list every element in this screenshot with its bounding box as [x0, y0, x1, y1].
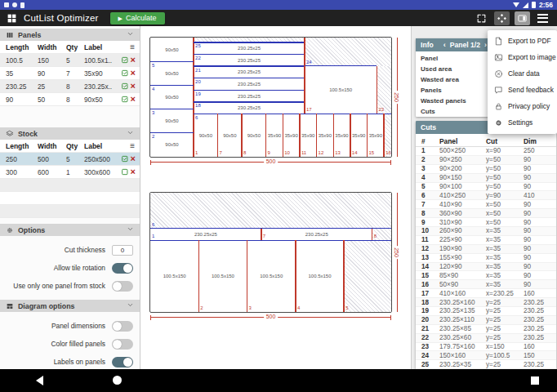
- fit-diagram-button[interactable]: [494, 11, 510, 25]
- cell: x=35: [486, 281, 524, 288]
- status-bar: 2:56: [0, 0, 557, 10]
- edit-icon[interactable]: [122, 168, 128, 176]
- edit-icon[interactable]: [122, 96, 128, 103]
- table-menu-icon[interactable]: ≡: [130, 141, 140, 150]
- fullscreen-button[interactable]: [474, 11, 489, 25]
- column-header: Length: [6, 142, 38, 150]
- cell: 150×160: [439, 352, 486, 359]
- table-row[interactable]: 230.25258230.25x..×: [0, 80, 140, 93]
- cut-thickness-input[interactable]: [112, 245, 133, 256]
- cell: 13: [421, 254, 439, 261]
- menu-item-clear-data[interactable]: Clear data: [488, 65, 557, 82]
- cuts-row: 20230.25×110y=25230.25: [416, 316, 556, 325]
- cell: 8: [66, 82, 84, 91]
- cuts-table-header: #PanelCutDim: [416, 136, 556, 147]
- cell: 90: [524, 219, 556, 226]
- menu-item-settings[interactable]: Settings: [488, 114, 557, 131]
- cell: 85×90: [439, 272, 486, 279]
- info-row: Used area: [416, 64, 492, 74]
- diagram-options-section-header[interactable]: Diagram options: [0, 300, 140, 312]
- delete-icon[interactable]: ×: [131, 69, 136, 77]
- cut-panel: 230.25x25: [261, 229, 372, 241]
- recents-button[interactable]: [531, 376, 539, 385]
- cell: 25: [421, 361, 439, 368]
- cuts-row: 24150×160y=100.5150: [416, 351, 556, 360]
- toggle-switch[interactable]: [112, 321, 133, 332]
- toggle-switch[interactable]: [112, 263, 133, 274]
- height-dimension: 250: [397, 193, 398, 312]
- table-row[interactable]: 3006001300x600×: [0, 166, 140, 179]
- toggle-switch[interactable]: [112, 281, 133, 292]
- menu-item-export-to-image[interactable]: Export to image: [488, 49, 557, 65]
- edit-icon[interactable]: [122, 155, 128, 163]
- battery-icon: [532, 2, 536, 8]
- panels-section-header[interactable]: Panels: [0, 29, 140, 41]
- cell: 90: [38, 69, 66, 78]
- cut-line: [372, 229, 372, 241]
- cuts-row: 590×100y=5090: [416, 183, 556, 192]
- stock-section-header[interactable]: Stock: [0, 127, 140, 140]
- cell: 230.25: [6, 82, 38, 91]
- cell: 9: [421, 219, 439, 226]
- cell: 90: [6, 96, 38, 104]
- diagram-area: 90x5090x5090x5090x5090x50230.25x25230.25…: [141, 26, 411, 369]
- delete-icon[interactable]: ×: [131, 82, 136, 90]
- option-label: Use only one panel from stock: [13, 282, 105, 290]
- calculate-button[interactable]: ▶ Calculate: [110, 12, 165, 24]
- cell: x=50: [486, 210, 524, 217]
- height-dimension: 250: [397, 38, 398, 157]
- cuts-row: 12190×90x=3590: [416, 245, 556, 254]
- cell: y=50: [486, 174, 524, 181]
- cell: y=50: [486, 165, 524, 172]
- table-row[interactable]: 100.51505100.5x1..×: [0, 54, 140, 67]
- cell: x=50: [486, 201, 524, 208]
- cell: y=25: [486, 325, 524, 332]
- menu-item-send-feedback[interactable]: Send feedback: [488, 82, 557, 98]
- option-row: Labels on panels: [0, 355, 140, 368]
- options-section-header[interactable]: Options: [0, 224, 140, 236]
- edit-icon[interactable]: [122, 69, 128, 77]
- cell: 310×90: [439, 219, 486, 226]
- cell: 230.25×135: [439, 307, 486, 314]
- overflow-menu-button[interactable]: [535, 11, 550, 25]
- cut-line: [265, 114, 266, 157]
- cut-order-label: 18: [195, 103, 201, 109]
- cut-order-label: 8: [374, 234, 377, 239]
- cut-line: [333, 114, 334, 157]
- delete-icon[interactable]: ×: [131, 96, 136, 103]
- image-icon: [494, 53, 503, 62]
- diamonds-icon: [497, 13, 507, 24]
- toggle-side-panel-button[interactable]: [515, 11, 530, 25]
- toggle-switch[interactable]: [112, 357, 133, 368]
- delete-icon[interactable]: ×: [131, 56, 136, 64]
- row-actions: ×: [122, 56, 140, 64]
- table-menu-icon[interactable]: ≡: [130, 42, 140, 51]
- edit-icon[interactable]: [122, 82, 128, 90]
- delete-icon[interactable]: ×: [131, 155, 136, 163]
- table-row[interactable]: 3590735x90×: [0, 67, 140, 80]
- cell: 190×90: [439, 245, 486, 252]
- next-panel-arrow[interactable]: ›: [484, 41, 487, 49]
- cut-order-label: 12: [319, 150, 324, 156]
- table-row[interactable]: 9050890x50×: [0, 93, 140, 106]
- menu-item-privacy-policy[interactable]: Privacy policy: [488, 98, 557, 114]
- cell: 90: [524, 272, 556, 279]
- info-row: Wasted area: [416, 74, 492, 85]
- cuts-row: 22230.25×60y=25230.25: [416, 334, 556, 343]
- cut-line: [304, 38, 305, 114]
- edit-icon[interactable]: [122, 56, 128, 64]
- stock-layers-icon: [6, 130, 14, 138]
- back-button[interactable]: [36, 376, 43, 385]
- toggle-switch[interactable]: [112, 339, 133, 350]
- prev-panel-arrow[interactable]: ‹: [443, 41, 446, 49]
- menu-item-export-to-pdf[interactable]: Export to PDF: [488, 33, 557, 49]
- home-button[interactable]: [113, 376, 122, 385]
- cut-order-label: 5: [345, 305, 348, 311]
- table-row[interactable]: 2505005250x500×: [0, 153, 140, 166]
- table-header: LengthWidthQtyLabel≡: [0, 140, 140, 153]
- stock-table: LengthWidthQtyLabel≡2505005250x500×30060…: [0, 140, 140, 218]
- delete-icon[interactable]: ×: [131, 168, 136, 176]
- cut-line: [194, 54, 305, 55]
- cut-order-label: 17: [306, 107, 312, 113]
- cut-line: [295, 240, 296, 312]
